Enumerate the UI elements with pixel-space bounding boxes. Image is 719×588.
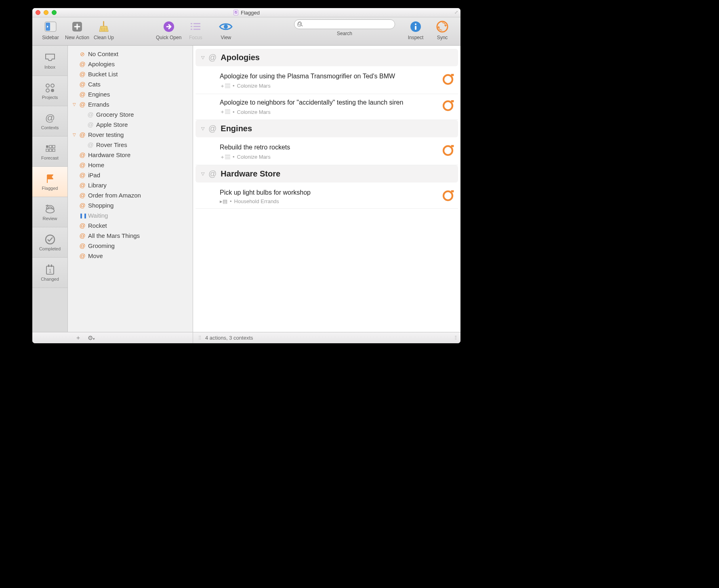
disclosure-triangle-icon[interactable]: ▽ bbox=[73, 102, 77, 107]
gear-menu-button[interactable]: ⚙▾ bbox=[88, 334, 95, 342]
task-meta: ＋▤ • Colonize Mars bbox=[220, 108, 436, 116]
group-header[interactable]: ▽@Engines bbox=[196, 120, 458, 137]
fullscreen-button[interactable]: ⤢ bbox=[454, 10, 458, 15]
context-item[interactable]: @Rover Tires bbox=[68, 140, 193, 150]
context-item[interactable]: @Move bbox=[68, 251, 193, 261]
disclosure-triangle-icon[interactable]: ▽ bbox=[201, 171, 204, 176]
context-item[interactable]: @Engines bbox=[68, 89, 193, 99]
view-label: View bbox=[221, 35, 231, 40]
context-item[interactable]: @iPad bbox=[68, 170, 193, 180]
context-item[interactable]: @Order from Amazon bbox=[68, 190, 193, 200]
resize-grip-icon[interactable]: ⦙⦙ bbox=[455, 335, 460, 341]
perspective-projects[interactable]: Projects bbox=[32, 76, 67, 106]
context-item[interactable]: @Rocket bbox=[68, 220, 193, 231]
at-icon: @ bbox=[208, 53, 217, 62]
clean-up-button[interactable]: Clean Up bbox=[91, 19, 116, 40]
quick-open-button[interactable]: Quick Open bbox=[156, 19, 181, 40]
window-title-text: Flagged bbox=[241, 10, 260, 16]
perspective-inbox[interactable]: Inbox bbox=[32, 46, 67, 76]
view-button[interactable]: View bbox=[210, 19, 242, 40]
parent-arrow-icon: ▸▤ bbox=[220, 198, 227, 204]
disclosure-triangle-icon[interactable]: ▽ bbox=[201, 126, 204, 131]
context-label: Cats bbox=[88, 81, 189, 88]
svg-point-14 bbox=[298, 22, 301, 25]
perspective-review[interactable]: Review bbox=[32, 197, 67, 227]
perspective-flagged[interactable]: Flagged bbox=[32, 167, 67, 197]
context-item[interactable]: @Bucket List bbox=[68, 69, 193, 79]
search-icon bbox=[298, 21, 303, 28]
perspective-completed[interactable]: Completed bbox=[32, 227, 67, 258]
perspective-contexts[interactable]: @Contexts bbox=[32, 106, 67, 136]
context-item[interactable]: @Grooming bbox=[68, 241, 193, 251]
toolbar: Sidebar New Action Clean Up Quick Open bbox=[32, 17, 460, 46]
inbox-icon bbox=[44, 52, 56, 63]
info-icon bbox=[408, 19, 423, 34]
at-icon: @ bbox=[79, 162, 86, 168]
svg-line-15 bbox=[301, 25, 303, 26]
at-icon: @ bbox=[79, 91, 86, 98]
context-item[interactable]: ▽@Errands bbox=[68, 99, 193, 109]
focus-button[interactable]: Focus bbox=[183, 19, 208, 40]
context-item[interactable]: @Grocery Store bbox=[68, 109, 193, 120]
arrow-circle-icon bbox=[162, 19, 176, 34]
context-item[interactable]: @Apologies bbox=[68, 59, 193, 69]
flag-status-icon[interactable] bbox=[441, 188, 455, 202]
svg-point-13 bbox=[224, 25, 228, 29]
sidebar-icon bbox=[43, 19, 58, 34]
at-icon: @ bbox=[87, 111, 94, 118]
context-label: iPad bbox=[88, 172, 189, 178]
perspectives-bar: InboxProjects@ContextsForecastFlaggedRev… bbox=[32, 46, 68, 332]
flag-status-icon[interactable] bbox=[441, 72, 455, 86]
task-row[interactable]: Apologize to neighbors for "accidentally… bbox=[196, 94, 458, 120]
sync-button[interactable]: Sync bbox=[430, 19, 455, 40]
context-sidebar: ⊘No Context@Apologies@Bucket List@Cats@E… bbox=[68, 46, 193, 332]
eye-icon bbox=[219, 19, 233, 34]
focus-label: Focus bbox=[189, 35, 202, 40]
flag-status-icon[interactable] bbox=[441, 143, 455, 157]
at-icon: @ bbox=[79, 172, 86, 178]
context-item[interactable]: @Library bbox=[68, 180, 193, 190]
context-item[interactable]: @Cats bbox=[68, 79, 193, 89]
task-row[interactable]: Rebuild the retro rockets＋▤ • Colonize M… bbox=[196, 139, 458, 165]
context-item[interactable]: ▽@Rover testing bbox=[68, 130, 193, 140]
at-icon: @ bbox=[79, 71, 86, 78]
inspect-button[interactable]: Inspect bbox=[403, 19, 428, 40]
context-item[interactable]: ❚❚Waiting bbox=[68, 210, 193, 220]
flag-status-icon[interactable] bbox=[441, 98, 455, 112]
group-header[interactable]: ▽@Apologies bbox=[196, 49, 458, 66]
inspect-label: Inspect bbox=[408, 35, 424, 40]
svg-rect-25 bbox=[46, 145, 48, 148]
context-label: Waiting bbox=[88, 212, 189, 219]
status-bar: ＋ ⚙▾ ⦙⦙ 4 actions, 3 contexts ⦙⦙ bbox=[32, 332, 460, 343]
context-item[interactable]: @Hardware Store bbox=[68, 150, 193, 160]
content: InboxProjects@ContextsForecastFlaggedRev… bbox=[32, 46, 460, 332]
task-row[interactable]: Apologize for using the Plasma Transmogr… bbox=[196, 68, 458, 94]
new-action-button[interactable]: New Action bbox=[65, 19, 90, 40]
search-label: Search bbox=[337, 31, 352, 36]
main-pane: ▽@ApologiesApologize for using the Plasm… bbox=[193, 46, 460, 332]
svg-point-20 bbox=[46, 84, 49, 87]
perspective-changed[interactable]: 1Changed bbox=[32, 258, 67, 288]
contexts-icon: @ bbox=[44, 113, 56, 124]
context-item[interactable]: @All the Mars Things bbox=[68, 231, 193, 241]
svg-point-31 bbox=[46, 208, 54, 213]
context-item[interactable]: @Home bbox=[68, 160, 193, 170]
sidebar-toggle-button[interactable]: Sidebar bbox=[38, 19, 63, 40]
group-title: Apologies bbox=[221, 53, 260, 62]
at-icon: @ bbox=[208, 124, 217, 133]
context-item[interactable]: ⊘No Context bbox=[68, 49, 193, 59]
context-item[interactable]: @Shopping bbox=[68, 200, 193, 210]
svg-rect-27 bbox=[53, 145, 55, 148]
at-icon: @ bbox=[79, 101, 86, 108]
svg-point-40 bbox=[444, 191, 452, 200]
disclosure-triangle-icon[interactable]: ▽ bbox=[201, 55, 204, 60]
context-item[interactable]: @Apple Store bbox=[68, 120, 193, 130]
completed-icon bbox=[44, 234, 56, 245]
search-input[interactable] bbox=[294, 19, 395, 29]
perspective-forecast[interactable]: Forecast bbox=[32, 136, 67, 167]
group-header[interactable]: ▽@Hardware Store bbox=[196, 165, 458, 183]
plus-square-icon bbox=[70, 19, 84, 34]
disclosure-triangle-icon[interactable]: ▽ bbox=[73, 132, 77, 137]
add-button[interactable]: ＋ bbox=[75, 334, 81, 342]
task-row[interactable]: Pick up light bulbs for workshop▸▤ • Hou… bbox=[196, 184, 458, 209]
